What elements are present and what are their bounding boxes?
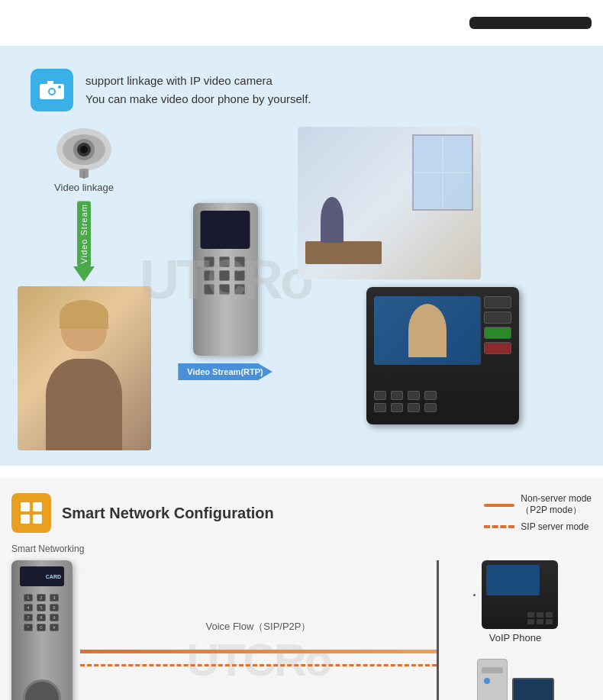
voip-key-4	[527, 619, 534, 624]
flow-area: UTCRo Voice Flow（SIP/P2P）	[80, 560, 437, 700]
video-stream-arrow: Video Stream	[73, 201, 95, 282]
ip-phone-screen-inner	[374, 296, 481, 365]
intercom-keypad	[204, 256, 247, 295]
video-header-text: support linkage with IP video camera You…	[85, 69, 311, 108]
voip-key-5	[537, 619, 543, 624]
key-8	[219, 284, 230, 295]
monitor	[512, 678, 554, 700]
network-section: Smart Network Configuration Non-server m…	[0, 478, 603, 700]
card-label: CARD	[46, 574, 61, 579]
grid-cell-3	[21, 515, 30, 524]
pc-tower	[477, 659, 508, 700]
dome-camera-svg	[53, 127, 114, 180]
sk-5: 5	[37, 604, 46, 611]
intercom-card-reader: CARD	[20, 566, 64, 586]
key-1	[204, 256, 214, 267]
flow-line-orange	[80, 650, 437, 653]
camera-icon	[38, 76, 66, 104]
top-section	[0, 0, 603, 46]
camera-icon-wrap	[31, 69, 73, 111]
ip-phone-buttons	[484, 296, 511, 354]
arrow-down-icon	[73, 266, 95, 282]
support-text: support linkage with IP video camera	[85, 72, 311, 90]
office-image	[298, 127, 481, 279]
video-linkage-label: Video linkage	[54, 182, 114, 193]
phone-key-6	[391, 403, 403, 412]
sk-1: 1	[24, 594, 33, 602]
key-2	[219, 256, 230, 267]
phone-key-8	[424, 403, 437, 412]
svg-point-9	[80, 146, 88, 153]
legend-solid-sublabel: （P2P mode）	[521, 504, 592, 517]
right-devices: VoIP Phone PC SIP Softphone	[439, 560, 592, 700]
key-5	[219, 270, 230, 281]
network-diagram: CARD 1 2 3 4 5 6 7 8 9 * 0 # UTCRo	[11, 560, 592, 700]
grid-icon-wrap	[11, 493, 51, 533]
phone-key-7	[408, 403, 420, 412]
ip-phone	[366, 287, 519, 424]
person-body	[46, 359, 122, 450]
grid-cell-1	[21, 502, 30, 511]
rtp-arrow: Video Stream(RTP)	[178, 363, 272, 380]
intercom-screen	[201, 211, 250, 249]
office-person	[321, 197, 343, 243]
voip-label: VoIP Phone	[489, 632, 541, 644]
voip-keys	[527, 612, 553, 624]
dome-camera: Video linkage	[53, 127, 114, 193]
sk-9: 9	[50, 614, 59, 621]
intercom-small-keypad: 1 2 3 4 5 6 7 8 9 * 0 #	[24, 594, 60, 631]
key-9	[234, 284, 245, 295]
ip-phone-btn-1	[484, 296, 511, 308]
sk-6: 6	[50, 604, 59, 611]
office-window	[412, 134, 473, 211]
top-button[interactable]	[469, 17, 592, 29]
ip-phone-keypad	[374, 391, 438, 412]
sk-3: 3	[50, 594, 59, 602]
sk-star: *	[24, 624, 33, 631]
sk-hash: #	[50, 624, 59, 631]
video-stream-label: Video Stream	[77, 201, 91, 266]
legend-item-solid: Non-server mode （P2P mode）	[484, 493, 592, 517]
video-section: support linkage with IP video camera You…	[0, 46, 603, 466]
video-header: support linkage with IP video camera You…	[15, 69, 588, 111]
legend-dashed-line	[484, 525, 514, 528]
network-legend: Non-server mode （P2P mode） SIP server mo…	[484, 493, 592, 532]
voip-key-6	[546, 619, 553, 624]
voip-screen	[486, 565, 540, 595]
ip-phone-screen	[374, 296, 481, 365]
intercom-device: UTCRo	[193, 203, 258, 356]
legend-solid-line	[484, 504, 514, 507]
voice-flow-label: Voice Flow（SIP/P2P）	[206, 620, 311, 634]
ip-phone-btn-3	[484, 327, 511, 339]
legend-solid-label: Non-server mode	[521, 493, 592, 504]
svg-point-2	[50, 89, 54, 94]
person-hair	[60, 300, 108, 329]
ip-phone-person-icon	[408, 304, 447, 357]
grid-cell-2	[33, 502, 42, 511]
phone-key-5	[374, 403, 386, 412]
sk-2: 2	[37, 594, 46, 602]
monitor-screen	[514, 679, 553, 700]
diy-text: You can make video door phone by yoursel…	[85, 90, 311, 108]
ip-phone-btn-4	[484, 342, 511, 354]
grid-cell-4	[33, 515, 42, 524]
grid-icon	[21, 502, 42, 524]
svg-rect-3	[47, 81, 53, 85]
key-6	[234, 270, 245, 281]
office-desk	[305, 241, 382, 264]
phone-key-1	[374, 391, 386, 400]
voip-key-3	[546, 612, 553, 618]
network-title: Smart Network Configuration	[62, 505, 274, 522]
ip-phone-btn-2	[484, 311, 511, 324]
legend-item-dashed: SIP server mode	[484, 521, 592, 532]
flow-line-dashed	[80, 664, 437, 666]
network-header: Smart Network Configuration	[11, 493, 274, 533]
sk-7: 7	[24, 614, 33, 621]
key-7	[204, 284, 214, 295]
pc-device-group: PC SIP Softphone	[439, 659, 592, 700]
sk-4: 4	[24, 604, 33, 611]
intercom-bottom-cam	[23, 679, 61, 700]
phone-key-3	[408, 391, 420, 400]
key-4	[204, 270, 214, 281]
legend-dashed-label: SIP server mode	[521, 521, 588, 532]
